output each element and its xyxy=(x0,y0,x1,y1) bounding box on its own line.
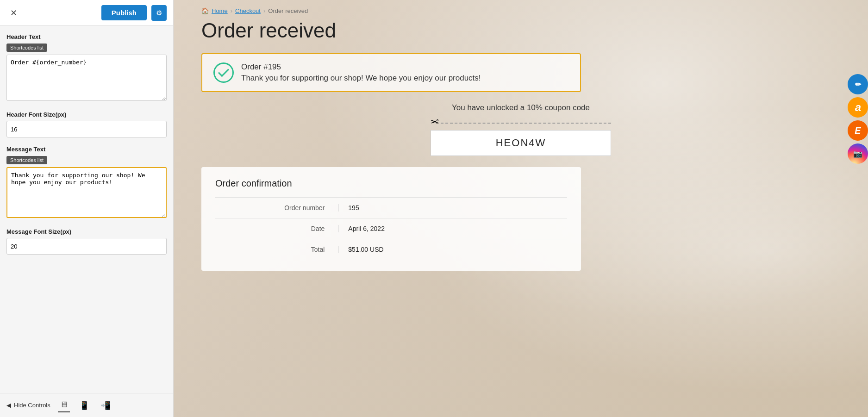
message-font-size-input[interactable] xyxy=(6,238,167,255)
desktop-device-button[interactable]: 🖥 xyxy=(58,398,70,412)
breadcrumb: 🏠 Home › Checkout › Order received xyxy=(201,0,840,19)
mobile-device-button[interactable]: 📲 xyxy=(99,398,112,412)
coupon-title: You have unlocked a 10% coupon code xyxy=(201,103,840,112)
message-font-size-label: Message Font Size(px) xyxy=(6,228,167,235)
message-text-input[interactable] xyxy=(6,167,167,218)
top-bar: ✕ Publish ⚙ xyxy=(0,0,173,26)
coupon-dashed-line xyxy=(441,123,611,124)
breadcrumb-sep-2: › xyxy=(263,7,265,14)
header-text-group: Header Text Shortcodes list xyxy=(6,33,167,103)
home-icon: 🏠 xyxy=(201,7,209,14)
conf-label: Order number xyxy=(215,204,338,212)
header-shortcodes-button[interactable]: Shortcodes list xyxy=(6,44,47,52)
conf-label: Date xyxy=(215,225,338,232)
check-mark xyxy=(218,66,229,77)
hide-controls-button[interactable]: ◀ Hide Controls xyxy=(6,402,50,409)
scissors-icon: ✂ xyxy=(431,116,439,128)
left-arrow-icon: ◀ xyxy=(6,402,11,409)
breadcrumb-checkout[interactable]: Checkout xyxy=(235,7,261,14)
table-row: DateApril 6, 2022 xyxy=(215,218,567,239)
publish-button[interactable]: Publish xyxy=(101,5,147,20)
conf-label: Total xyxy=(215,246,338,253)
order-message: Thank you for supporting our shop! We ho… xyxy=(241,74,481,83)
header-font-size-group: Header Font Size(px) xyxy=(6,111,167,137)
check-circle-icon xyxy=(213,62,234,83)
header-font-size-label: Header Font Size(px) xyxy=(6,111,167,118)
instagram-float-icon[interactable]: 📷 xyxy=(848,143,868,164)
order-conf-title: Order confirmation xyxy=(215,178,567,189)
coupon-section: You have unlocked a 10% coupon code ✂ HE… xyxy=(201,103,840,156)
message-font-size-group: Message Font Size(px) xyxy=(6,228,167,255)
message-shortcodes-button[interactable]: Shortcodes list xyxy=(6,156,47,164)
order-number: Order #195 xyxy=(241,62,481,72)
header-text-input[interactable] xyxy=(6,55,167,101)
conf-table: Order number195DateApril 6, 2022Total$51… xyxy=(215,197,567,260)
header-text-label: Header Text xyxy=(6,33,167,40)
message-text-label: Message Text xyxy=(6,146,167,153)
conf-value: $51.00 USD xyxy=(338,246,567,253)
close-button[interactable]: ✕ xyxy=(6,6,21,20)
etsy-float-icon[interactable]: E xyxy=(848,120,868,141)
left-panel: ✕ Publish ⚙ Header Text Shortcodes list … xyxy=(0,0,174,417)
header-font-size-input[interactable] xyxy=(6,121,167,137)
preview-content: 🏠 Home › Checkout › Order received Order… xyxy=(174,0,868,289)
preview-area: 🏠 Home › Checkout › Order received Order… xyxy=(174,0,868,417)
floating-icons: ✏ a E 📷 xyxy=(848,74,868,164)
amazon-float-icon[interactable]: a xyxy=(848,97,868,118)
order-confirmation: Order confirmation Order number195DateAp… xyxy=(201,167,581,271)
order-banner-text: Order #195 Thank you for supporting our … xyxy=(241,62,481,83)
coupon-code-box[interactable]: HEON4W xyxy=(431,130,611,156)
breadcrumb-sep-1: › xyxy=(231,7,232,14)
breadcrumb-current: Order received xyxy=(268,7,308,14)
message-text-group: Message Text Shortcodes list xyxy=(6,146,167,220)
edit-float-icon[interactable]: ✏ xyxy=(848,74,868,94)
order-banner: Order #195 Thank you for supporting our … xyxy=(201,53,581,92)
conf-value: April 6, 2022 xyxy=(338,225,567,232)
settings-button[interactable]: ⚙ xyxy=(151,5,167,21)
tablet-device-button[interactable]: 📱 xyxy=(77,398,91,412)
page-title: Order received xyxy=(201,19,840,42)
table-row: Total$51.00 USD xyxy=(215,239,567,260)
bottom-bar: ◀ Hide Controls 🖥 📱 📲 xyxy=(0,393,173,417)
conf-value: 195 xyxy=(338,204,567,212)
breadcrumb-home[interactable]: Home xyxy=(212,7,228,14)
panel-scroll: Header Text Shortcodes list Header Font … xyxy=(0,26,173,393)
hide-controls-label: Hide Controls xyxy=(14,402,50,409)
table-row: Order number195 xyxy=(215,197,567,218)
